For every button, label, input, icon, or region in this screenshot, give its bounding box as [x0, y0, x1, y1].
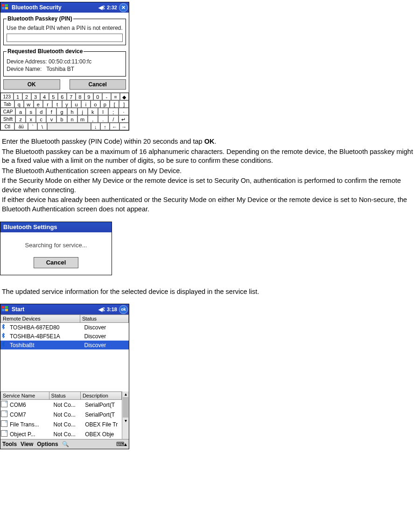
document-text-2: The updated service information for the … — [0, 287, 420, 297]
service-description: OBEX Obje — [83, 429, 122, 439]
col-remote-devices[interactable]: Remote Devices — [1, 315, 80, 323]
key-c[interactable]: c — [36, 115, 46, 123]
col-description[interactable]: Description — [80, 392, 121, 400]
device-row[interactable]: TOSHIBA-4BF5E1ADiscover — [0, 332, 129, 341]
key-g[interactable]: g — [56, 108, 67, 115]
key-n[interactable]: n — [67, 115, 77, 123]
menu-tools[interactable]: Tools — [2, 441, 17, 447]
key-←[interactable]: ← — [110, 123, 119, 130]
key-CAP[interactable]: CAP — [0, 108, 15, 115]
key-j[interactable]: j — [77, 108, 88, 115]
key-[[interactable]: [ — [110, 100, 119, 108]
key-↵[interactable]: ↵ — [119, 115, 129, 123]
device-name: ToshibaBt — [8, 341, 83, 349]
key-w[interactable]: w — [24, 100, 33, 108]
key-1[interactable]: 1 — [14, 93, 22, 100]
key-Shift[interactable]: Shift — [0, 115, 15, 123]
on-screen-keyboard[interactable]: 1231234567890-=◆ Tabqwertyuiop[] CAPasdf… — [0, 92, 129, 130]
key-Tab[interactable]: Tab — [0, 100, 14, 108]
passkey-input[interactable] — [7, 34, 123, 42]
service-row[interactable]: File Trans...Not Co...OBEX File Tr — [0, 419, 122, 429]
menu-view[interactable]: View — [21, 441, 33, 447]
key-↑[interactable]: ↑ — [100, 123, 110, 130]
svg-rect-0 — [2, 4, 5, 7]
key-2[interactable]: 2 — [22, 93, 31, 100]
key-9[interactable]: 9 — [84, 93, 93, 100]
cancel-button[interactable]: Cancel — [34, 257, 78, 268]
key-0[interactable]: 0 — [93, 93, 102, 100]
key-y[interactable]: y — [62, 100, 71, 108]
sip-toggle-icon[interactable]: ⌨▴ — [116, 441, 127, 447]
key-→[interactable]: → — [119, 123, 129, 130]
key-b[interactable]: b — [56, 115, 67, 123]
cancel-button[interactable]: Cancel — [70, 79, 126, 90]
key-=[interactable]: = — [111, 93, 120, 100]
key-,[interactable]: , — [88, 115, 98, 123]
key-k[interactable]: k — [88, 108, 98, 115]
col-service-status[interactable]: Status — [49, 392, 80, 400]
key-m[interactable]: m — [77, 115, 88, 123]
paragraph-1: Enter the Bluetooth passkey (PIN Code) w… — [2, 137, 418, 146]
key-.[interactable]: . — [98, 115, 108, 123]
key-áü[interactable]: áü — [14, 123, 28, 130]
key-e[interactable]: e — [34, 100, 43, 108]
devices-list[interactable]: TOSHIBA-687ED80DiscoverTOSHIBA-4BF5E1ADi… — [0, 323, 129, 349]
services-list[interactable]: COM6Not Co...SerialPort(TCOM7Not Co...Se… — [0, 400, 122, 439]
key-f[interactable]: f — [46, 108, 56, 115]
key-i[interactable]: i — [81, 100, 91, 108]
key-Ctl[interactable]: Ctl — [0, 123, 14, 130]
key-space[interactable] — [47, 123, 91, 130]
service-row[interactable]: Object P...Not Co...OBEX Obje — [0, 429, 122, 439]
key-][interactable]: ] — [119, 100, 128, 108]
key--[interactable]: - — [102, 93, 111, 100]
key-o[interactable]: o — [91, 100, 100, 108]
requested-device-group: Requested Bluetooth device Device Addres… — [3, 48, 126, 77]
key-123[interactable]: 123 — [0, 93, 14, 100]
key-;[interactable]: ; — [108, 108, 119, 115]
key-d[interactable]: d — [36, 108, 46, 115]
key-t[interactable]: t — [52, 100, 62, 108]
key-7[interactable]: 7 — [67, 93, 76, 100]
col-status[interactable]: Status — [80, 315, 128, 323]
scroll-up-icon[interactable]: ▴ — [122, 391, 129, 397]
scroll-down-icon[interactable]: ▾ — [122, 418, 129, 423]
key-↓[interactable]: ↓ — [91, 123, 100, 130]
key-3[interactable]: 3 — [31, 93, 40, 100]
device-row[interactable]: ToshibaBtDiscover — [0, 341, 129, 349]
key-u[interactable]: u — [71, 100, 81, 108]
key-◆[interactable]: ◆ — [120, 93, 129, 100]
key-6[interactable]: 6 — [58, 93, 67, 100]
key-q[interactable]: q — [14, 100, 24, 108]
device-row[interactable]: TOSHIBA-687ED80Discover — [0, 323, 129, 332]
ok-button[interactable]: ok — [119, 305, 128, 314]
key-5[interactable]: 5 — [49, 93, 58, 100]
key-4[interactable]: 4 — [40, 93, 49, 100]
key-r[interactable]: r — [43, 100, 52, 108]
key-·[interactable]: · — [119, 108, 129, 115]
menu-options[interactable]: Options — [37, 441, 58, 447]
key-8[interactable]: 8 — [76, 93, 84, 100]
service-row[interactable]: COM7Not Co...SerialPort(T — [0, 410, 122, 419]
svg-rect-2 — [2, 7, 5, 9]
col-service-name[interactable]: Service Name — [1, 392, 49, 400]
service-row[interactable]: COM6Not Co...SerialPort(T — [0, 400, 122, 410]
key-a[interactable]: a — [15, 108, 26, 115]
bluetooth-icon — [0, 341, 8, 349]
key-\[interactable]: \ — [37, 123, 47, 130]
passkey-group: Bluetooth Passkey (PIN) Use the default … — [3, 15, 126, 45]
ok-button[interactable]: OK — [3, 79, 60, 90]
key-p[interactable]: p — [100, 100, 110, 108]
key-/[interactable]: / — [108, 115, 119, 123]
scroll-thumb[interactable] — [123, 397, 128, 418]
services-scrollbar[interactable]: ▴ ▾ — [122, 391, 129, 439]
key-h[interactable]: h — [67, 108, 77, 115]
search-icon[interactable]: 🔍 — [62, 441, 69, 447]
close-button[interactable]: ✕ — [119, 3, 128, 12]
key-v[interactable]: v — [46, 115, 56, 123]
key-z[interactable]: z — [15, 115, 26, 123]
key-x[interactable]: x — [26, 115, 36, 123]
key-l[interactable]: l — [98, 108, 108, 115]
key-`[interactable]: ` — [28, 123, 37, 130]
kb-row-3: CAPasdfghjkl;· — [0, 108, 129, 115]
key-s[interactable]: s — [26, 108, 36, 115]
